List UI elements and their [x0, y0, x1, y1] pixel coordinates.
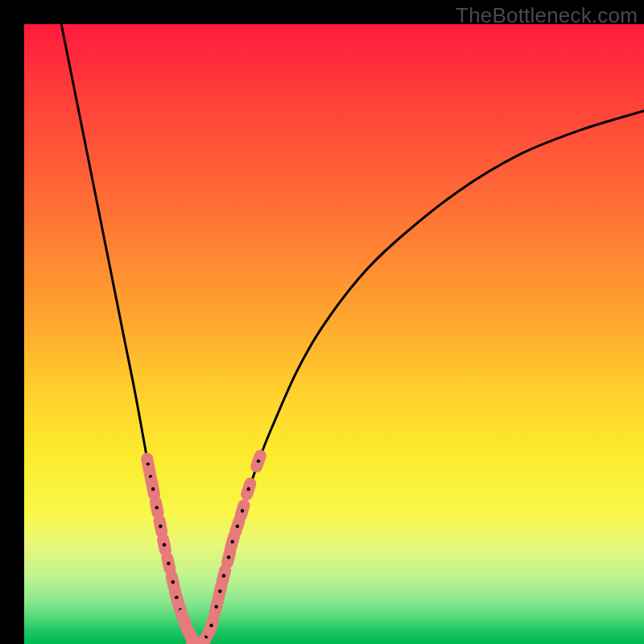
bottleneck-curve-right-branch — [198, 111, 644, 644]
curve-node — [155, 506, 159, 509]
chart-frame: TheBottleneck.com — [0, 0, 644, 644]
curve-node — [209, 624, 213, 627]
curve-node — [163, 543, 166, 547]
curve-node — [241, 509, 244, 512]
chart-svg — [24, 24, 644, 644]
watermark-label: TheBottleneck.com — [456, 3, 638, 28]
curve-node — [236, 525, 239, 528]
bottleneck-curve-left-branch — [61, 24, 197, 644]
curve-group — [61, 24, 644, 644]
curve-node — [171, 580, 175, 584]
marker-group — [147, 456, 261, 644]
curve-node — [151, 487, 155, 490]
curve-node — [231, 540, 234, 543]
curve-node — [159, 525, 162, 528]
curve-node — [247, 487, 250, 490]
plot-area — [24, 24, 644, 644]
curve-node — [222, 574, 225, 577]
curve-node — [227, 555, 230, 559]
curve-node — [218, 589, 221, 592]
curve-node — [167, 562, 170, 565]
curve-node — [257, 460, 260, 463]
curve-node — [215, 605, 218, 609]
